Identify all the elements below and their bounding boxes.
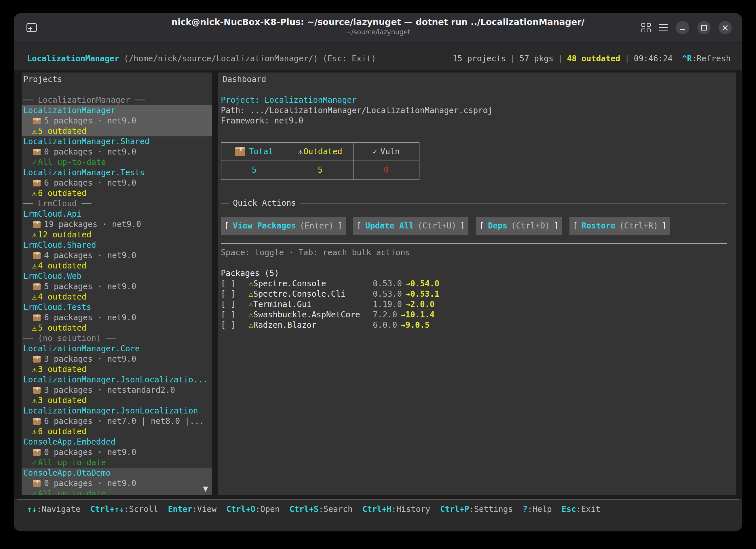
package-checkbox[interactable]: [ ] — [221, 278, 248, 289]
exit-hint: (Esc: Exit) — [323, 54, 376, 64]
package-icon — [33, 314, 41, 321]
app-path: (/home/nick/source/LocalizationManager/) — [124, 54, 318, 64]
hint-key: Ctrl+P — [440, 504, 469, 531]
summary-vuln-value: 0 — [353, 161, 419, 179]
scroll-down-icon[interactable]: ▼ — [203, 483, 208, 494]
bulk-actions-hint: Space: toggle · Tab: reach bulk actions — [221, 248, 727, 258]
project-group-label: ── LrmCloud ── — [22, 199, 212, 209]
project-list-item[interactable]: LocalizationManager.Tests 6 packages · n… — [22, 168, 212, 199]
status-icon: ⚠ — [32, 323, 37, 332]
summary-col-vuln: Vuln — [380, 147, 400, 157]
footer-hint: Ctrl+↑↓:Scroll — [90, 504, 158, 531]
project-list-item[interactable]: LocalizationManager.JsonLocalization 6 p… — [22, 406, 212, 437]
project-list-item[interactable]: LocalizationManager.Core 3 packages · ne… — [22, 343, 212, 375]
quick-action-restore[interactable]: [Restore(Ctrl+R)] — [569, 217, 670, 235]
quick-actions-rule: Quick Actions — [221, 198, 727, 208]
project-list-item[interactable]: LrmCloud.Shared 4 packages · net9.0 ⚠4 o… — [22, 240, 212, 271]
project-status: ⚠5 outdated — [23, 323, 210, 333]
refresh-shortcut-label: :Refresh — [692, 54, 731, 64]
status-icon: ✓ — [32, 157, 37, 167]
project-list-item[interactable]: LrmCloud.Api 19 packages · net9.0 ⚠12 ou… — [22, 209, 212, 240]
projects-panel: Projects ── LocalizationManager ── Local… — [22, 73, 212, 495]
project-meta: 6 packages · net9.0 — [44, 312, 136, 323]
project-name: LocalizationManager.JsonLocalization — [23, 406, 210, 416]
footer-hint: ?:Help — [523, 504, 552, 531]
project-list-item[interactable]: LocalizationManager.JsonLocalizatio... 3… — [22, 375, 212, 406]
hint-label: :Navigate — [37, 504, 81, 531]
app-title: LocalizationManager — [27, 54, 119, 64]
project-list-item[interactable]: ConsoleApp.OtaDemo 0 packages · net9.0 ✓… — [22, 468, 212, 495]
project-status: ✓All up-to-date — [23, 457, 210, 468]
project-meta: 3 packages · netstandard2.0 — [44, 385, 175, 395]
close-button[interactable]: × — [719, 21, 732, 34]
warning-icon: ⚠ — [248, 299, 253, 309]
package-latest-version: →0.53.1 — [405, 289, 439, 299]
hint-label: :Help — [527, 504, 552, 531]
status-icon: ⚠ — [32, 427, 37, 436]
quick-action-deps[interactable]: [Deps(Ctrl+D)] — [476, 217, 562, 235]
package-icon — [33, 283, 41, 290]
dashboard-framework-line: Framework: net9.0 — [221, 116, 727, 126]
package-icon — [33, 221, 41, 228]
project-name: LrmCloud.Api — [23, 209, 210, 219]
package-checkbox[interactable]: [ ] — [221, 289, 248, 299]
package-row: [ ] ⚠Terminal.Gui 1.19.0 →2.0.0 — [221, 299, 727, 309]
footer-hint: Enter:View — [168, 504, 216, 531]
status-icon: ⚠ — [32, 364, 37, 374]
package-checkbox[interactable]: [ ] — [221, 320, 248, 330]
project-status: ⚠5 outdated — [23, 126, 210, 136]
project-name: LocalizationManager.Core — [23, 343, 210, 354]
project-list-item[interactable]: LrmCloud.Tests 6 packages · net9.0 ⚠5 ou… — [22, 302, 212, 333]
package-current-version: 7.2.0 — [373, 309, 397, 320]
package-name: Swashbuckle.AspNetCore — [253, 310, 360, 319]
terminal-window: nick@nick-NucBox-K8-Plus: ~/source/lazyn… — [14, 13, 742, 531]
footer-hint: ↑↓:Navigate — [27, 504, 80, 531]
project-list-item[interactable]: LocalizationManager 5 packages · net9.0 … — [22, 105, 212, 136]
footer-hint: Ctrl+H:History — [362, 504, 430, 531]
maximize-button[interactable] — [697, 21, 711, 34]
hint-key: ↑↓ — [27, 504, 37, 531]
hint-key: Ctrl+H — [362, 504, 392, 531]
hint-label: :View — [192, 504, 216, 531]
hint-label: :Search — [319, 504, 353, 531]
project-status: ⚠6 outdated — [23, 188, 210, 199]
package-checkbox[interactable]: [ ] — [221, 299, 248, 309]
menu-button[interactable] — [659, 23, 668, 33]
stat-projects: 15 projects — [453, 54, 506, 64]
project-name: LocalizationManager.JsonLocalizatio... — [23, 375, 210, 385]
project-list-item[interactable]: ConsoleApp.Embedded 0 packages · net9.0 … — [22, 437, 212, 468]
warning-icon: ⚠ — [248, 310, 253, 319]
new-tab-icon — [26, 23, 37, 32]
dashboard-path-line: Path: .../LocalizationManager/Localizati… — [221, 105, 727, 116]
project-name: LrmCloud.Shared — [23, 240, 210, 250]
quick-action-update-all[interactable]: [Update All(Ctrl+U)] — [353, 217, 468, 235]
dashboard-title: Dashboard — [221, 74, 727, 85]
quick-action-view-packages[interactable]: [View Packages(Enter)] — [221, 217, 346, 235]
refresh-shortcut-key: ^R — [682, 54, 692, 64]
status-icon: ⚠ — [32, 230, 37, 240]
package-name: Radzen.Blazor — [253, 320, 316, 330]
status-icon: ⚠ — [32, 126, 37, 136]
project-meta: 4 packages · net9.0 — [44, 250, 136, 261]
footer-hints: ↑↓:NavigateCtrl+↑↓:ScrollEnter:ViewCtrl+… — [14, 499, 742, 531]
package-latest-version: →10.1.4 — [400, 309, 434, 320]
hint-key: Esc — [562, 504, 576, 531]
project-list-item[interactable]: LocalizationManager.Shared 0 packages · … — [22, 136, 212, 168]
status-icon: ⚠ — [32, 189, 37, 198]
project-list: ── LocalizationManager ── LocalizationMa… — [22, 95, 212, 495]
minimize-button[interactable] — [676, 21, 689, 34]
package-name: Terminal.Gui — [253, 299, 311, 309]
project-list-item[interactable]: LrmCloud.Web 5 packages · net9.0 ⚠4 outd… — [22, 271, 212, 302]
titlebar: nick@nick-NucBox-K8-Plus: ~/source/lazyn… — [14, 13, 742, 43]
package-checkbox[interactable]: [ ] — [221, 309, 248, 320]
hint-label: :Open — [255, 504, 280, 531]
warning-icon: ⚠ — [248, 279, 253, 288]
tab-overview-button[interactable] — [641, 23, 651, 32]
package-icon — [33, 118, 41, 124]
project-status: ✓All up-to-date — [23, 489, 210, 495]
project-name: LocalizationManager — [23, 105, 210, 116]
hint-key: ? — [523, 504, 528, 531]
new-tab-button[interactable] — [25, 22, 38, 33]
package-icon — [33, 356, 41, 362]
project-status: ⚠4 outdated — [23, 261, 210, 271]
